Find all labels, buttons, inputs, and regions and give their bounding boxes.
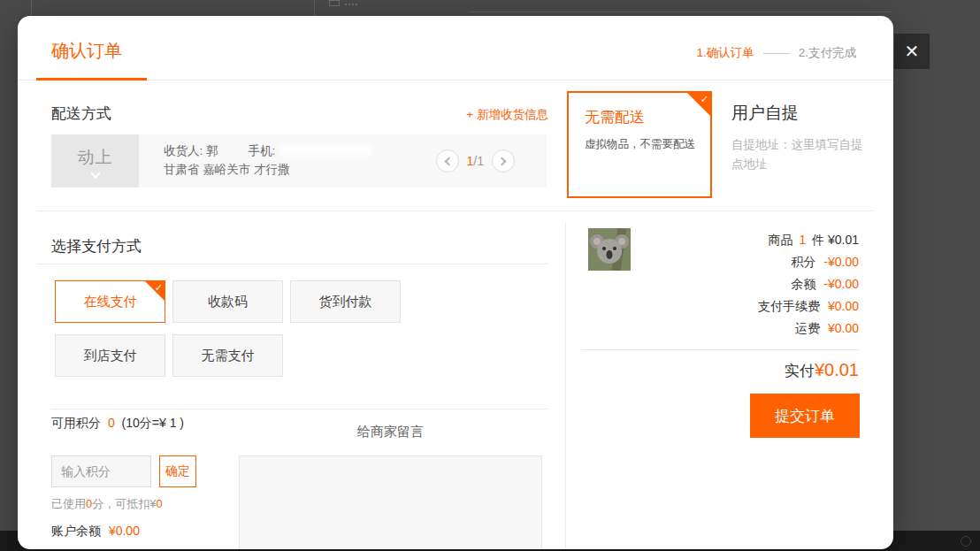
- payment-method-qr-code[interactable]: 收款码: [172, 280, 283, 323]
- merchant-message-textarea[interactable]: [239, 455, 542, 549]
- delivery-option-no-shipping[interactable]: 无需配送 虚拟物品，不需要配送 ✓: [567, 91, 712, 198]
- address-card[interactable]: 动上 收货人: 郭 手机: 甘肃省 嘉峪关市 才行撒 1/1: [51, 134, 547, 187]
- section-divider: [37, 210, 874, 211]
- payment-method-online[interactable]: 在线支付 ✓: [55, 280, 165, 323]
- background-window-icon: [329, 0, 340, 6]
- summary-points-row: 积分 -¥0.00: [581, 255, 859, 271]
- summary-shipping-row: 运费 ¥0.00: [581, 321, 859, 337]
- checkout-screen: ✕ 确认订单 1.确认订单 2.支付完成 配送方式 + 新增收货信息 动上 收货…: [0, 0, 980, 551]
- checkout-steps: 1.确认订单 2.支付完成: [696, 45, 856, 61]
- self-pickup-desc: 自提地址：这里填写自提点地址: [731, 135, 871, 173]
- address-receiver: 收货人: 郭: [164, 143, 218, 159]
- modal-title: 确认订单: [51, 39, 122, 63]
- submit-order-button[interactable]: 提交订单: [750, 394, 860, 438]
- close-icon: ✕: [905, 42, 920, 60]
- address-prev-button[interactable]: [436, 149, 459, 172]
- background-divider: [469, 11, 892, 12]
- payment-method-in-store[interactable]: 到店支付: [55, 334, 165, 377]
- step-payment-complete: 2.支付完成: [799, 45, 856, 61]
- address-page-indicator: 1/1: [467, 154, 484, 168]
- background-divider: [31, 0, 32, 16]
- summary-balance-row: 余额 -¥0.00: [581, 277, 859, 293]
- step-divider: [763, 53, 790, 54]
- address-tag[interactable]: 动上: [51, 134, 139, 187]
- summary-divider: [581, 349, 859, 350]
- confirm-order-modal: 确认订单 1.确认订单 2.支付完成 配送方式 + 新增收货信息 动上 收货人:…: [18, 16, 893, 549]
- check-icon: ✓: [155, 282, 163, 294]
- balance-value: ¥0.00: [109, 524, 140, 538]
- address-region: 甘肃省 嘉峪关市 才行撒: [164, 162, 372, 178]
- account-balance: 账户余额 ¥0.00: [51, 524, 140, 540]
- points-confirm-button[interactable]: 确定: [159, 455, 196, 487]
- chevron-left-icon: [444, 157, 453, 165]
- delivery-section-title: 配送方式: [51, 103, 111, 124]
- payment-divider: [37, 264, 548, 264]
- address-phone-label: 手机:: [249, 143, 276, 159]
- check-icon: ✓: [701, 94, 708, 105]
- delivery-option-self-pickup[interactable]: 用户自提: [731, 102, 799, 125]
- points-input[interactable]: [51, 455, 151, 487]
- points-available: 0: [108, 416, 115, 430]
- background-window-icon: [345, 3, 357, 5]
- header-divider: [18, 80, 893, 80]
- step-confirm-order: 1.确认订单: [696, 45, 754, 61]
- payment-method-cod[interactable]: 货到付款: [290, 280, 401, 323]
- points-label: 可用积分: [51, 416, 101, 430]
- total-value: ¥0.01: [815, 360, 859, 379]
- payment-method-none[interactable]: 无需支付: [172, 334, 283, 377]
- background-divider: [314, 0, 315, 16]
- option-desc: 虚拟物品，不需要配送: [585, 137, 695, 152]
- merchant-message-label: 给商家留言: [239, 424, 542, 440]
- address-pager: 1/1: [436, 149, 515, 172]
- order-total: 实付¥0.01: [581, 360, 859, 381]
- chevron-right-icon: [498, 157, 507, 165]
- balance-label: 账户余额: [51, 524, 101, 538]
- address-next-button[interactable]: [492, 149, 515, 172]
- chevron-down-icon: [90, 168, 100, 178]
- address-phone-redacted: [279, 145, 372, 157]
- column-divider: [565, 223, 566, 549]
- product-quantity: 1: [799, 233, 806, 247]
- add-address-link[interactable]: + 新增收货信息: [466, 107, 548, 123]
- option-title: 无需配送: [585, 107, 645, 127]
- background-copyright-icon: [961, 536, 971, 547]
- points-summary: 可用积分 0 (10分=¥ 1 ): [51, 416, 184, 432]
- points-used-note: 已使用0分，可抵扣¥0: [51, 496, 163, 512]
- points-divider: [51, 409, 548, 409]
- summary-fee-row: 支付手续费 ¥0.00: [581, 299, 859, 315]
- address-tag-label: 动上: [78, 146, 113, 169]
- close-button[interactable]: ✕: [894, 34, 930, 69]
- payment-section-title: 选择支付方式: [51, 236, 142, 256]
- points-rate-note: (10分=¥ 1 ): [122, 416, 184, 430]
- total-label: 实付: [785, 363, 815, 379]
- header-accent-bar: [36, 78, 147, 80]
- address-info: 收货人: 郭 手机: 甘肃省 嘉峪关市 才行撒: [164, 142, 372, 178]
- summary-product-row: 商品 1 件 ¥0.01: [581, 233, 859, 249]
